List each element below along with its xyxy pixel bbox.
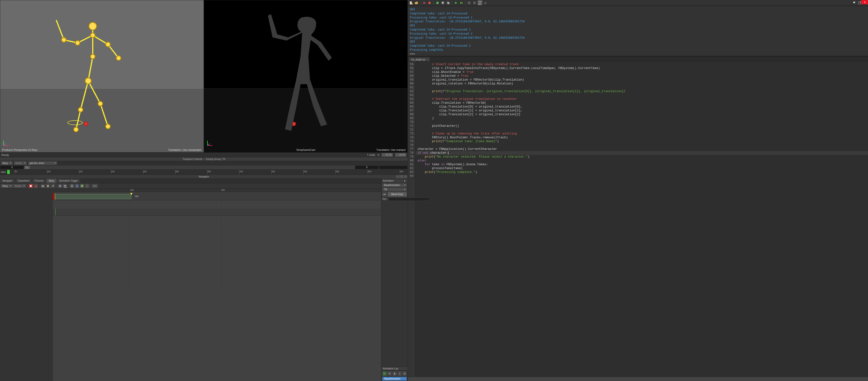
tab-navigator[interactable]: Navigator [0,179,16,183]
code-line[interactable]: if not character: [415,151,868,155]
magnet-icon[interactable] [34,184,38,188]
code-line[interactable]: original_rotation = FBVector3d(clip.Rota… [415,82,868,86]
outdent-icon[interactable] [472,1,477,5]
code-line[interactable]: else: [415,159,868,163]
delete-layer-icon[interactable]: 🗑 [393,371,397,376]
code-line[interactable]: clip.Translation = FBVector3d( [415,101,868,105]
panel-minimize-icon[interactable]: – [396,175,400,178]
viewport-producer[interactable]: Producer Perspective (X-Ray) Translation… [0,0,204,153]
playhead[interactable] [55,193,56,200]
tab-story[interactable]: Story [46,179,57,183]
code-line[interactable]: clip.GhostEnable = True [415,70,868,74]
code-line[interactable] [415,120,868,124]
viewport-gamecam[interactable]: TempGameCam Translation: Use manipul [204,0,408,153]
code-line[interactable]: plotCharacter() [415,124,868,128]
code-area[interactable]: # Insert current take in the newly creat… [415,62,868,377]
playhead-marker[interactable] [7,170,10,174]
story-track-list[interactable] [0,189,53,381]
flag-icon[interactable] [852,1,857,5]
anim-layer-dropdown[interactable]: BaseAnimation [382,184,407,187]
status-y-field[interactable]: 30.00 [395,153,406,157]
duplicate-layer-icon[interactable]: ⧉ [388,371,392,376]
console-prompt[interactable]: >>> [410,52,866,55]
record-icon[interactable] [29,184,33,188]
code-line[interactable]: print("No character selected. Please sel… [415,155,868,159]
add-layer-icon[interactable]: ＋ [382,371,387,376]
grid4-icon[interactable] [85,184,89,188]
new-file-icon[interactable] [409,1,413,5]
python-console[interactable]: UE5Completed take: cast-14-ProcessedProc… [408,6,868,55]
story-action-dropdown[interactable]: Action [13,184,26,188]
code-line[interactable]: clip = lTrack.CopyTakeIntoTrack(FBSystem… [415,66,868,70]
code-line[interactable]: # Clean up by removing the track after p… [415,132,868,136]
code-line[interactable] [415,93,868,97]
frame-start-field[interactable]: 0 [0,165,24,169]
film-binary-icon[interactable]: 1010 [63,184,67,188]
code-line[interactable] [415,86,868,90]
merge-layer-icon[interactable]: ↧ [398,371,402,376]
code-line[interactable]: FBStory().RootFolder.Tracks.remove(lTrac… [415,136,868,139]
frame-end-field[interactable]: 0 [355,165,379,169]
code-line[interactable]: clip.Translation[1] + original_translati… [415,109,868,113]
code-line[interactable]: print(f"Completed take: {take.Name}") [415,139,868,144]
close-icon[interactable] [422,1,427,5]
code-line[interactable]: processTake(take) [415,166,868,170]
code-line[interactable]: for take in FBSystem().Scene.Takes: [415,163,868,166]
panel-maximize-icon[interactable]: ▢ [400,175,403,178]
code-line[interactable] [415,174,868,178]
open-file-icon[interactable] [414,1,418,5]
layer-settings-icon[interactable]: ⚙ [402,371,407,376]
code-line[interactable]: # Insert current take in the newly creat… [415,63,868,66]
wrench-icon[interactable] [51,184,55,188]
playhead[interactable] [55,209,56,216]
tab-close-icon[interactable]: × [427,59,428,61]
window-close-button[interactable]: ✕ [861,0,868,4]
status-x-field[interactable]: 30.00 [382,153,393,157]
clapper-icon[interactable] [41,184,45,188]
editor-file-tab[interactable]: my_plugin.py × [409,58,430,61]
code-line[interactable]: print(f"Original Translation: {original_… [415,90,868,93]
tab-animation-trigger[interactable]: Animation Trigger [57,179,81,183]
run-dot-icon[interactable] [435,1,440,5]
grid3-icon[interactable] [80,184,84,188]
code-line[interactable]: character = FBApplication().CurrentChara… [415,147,868,151]
timeline-ruler[interactable]: ction 5010015020025030035040045050055060… [0,169,408,175]
tab-fcurves[interactable]: FCurves [32,179,46,183]
animation-clip[interactable]: 150 [54,194,131,199]
run-selection-icon[interactable] [459,1,463,5]
film-icon[interactable] [58,184,62,188]
save-all-icon[interactable] [446,1,450,5]
tab-dopesheet[interactable]: Dopesheet [16,179,32,183]
panel-close-icon[interactable]: × [404,175,407,178]
code-line[interactable] [415,128,868,132]
grid2-icon[interactable] [75,184,79,188]
code-line[interactable]: ) [415,117,868,120]
stop-icon[interactable] [427,1,432,5]
story-dropdown[interactable]: Story [1,161,12,165]
bug-icon[interactable] [483,1,488,5]
story-timeline[interactable]: 150300 150 [53,189,403,381]
story-mode-dropdown[interactable]: Story [1,184,12,188]
hand-icon[interactable] [46,184,50,188]
move-keys-button[interactable]: Move Keys [388,192,407,196]
code-line[interactable]: print("Processing complete.") [415,170,868,174]
code-line[interactable]: clip.Translation[2] + original_translati… [415,113,868,117]
code-line[interactable] [415,144,868,147]
txt-icon[interactable]: TXT [92,184,98,188]
code-line[interactable]: clip.Translation[0] + original_translati… [415,105,868,109]
action-dropdown[interactable]: Action [14,161,27,165]
collapse-icon[interactable]: ⏵ [404,180,406,182]
grid1-icon[interactable] [70,184,74,188]
tr-dropdown[interactable]: TR [382,188,407,191]
indent-icon[interactable] [467,1,471,5]
take-name-dropdown[interactable]: get-hit-r-short [28,161,57,165]
scrollbar-knob[interactable] [25,166,30,169]
code-line[interactable]: clip.Selected = True [415,74,868,78]
play-icon[interactable] [454,1,458,5]
save-icon[interactable] [441,1,445,5]
code-editor[interactable]: 5556575859606162636465666768697071727374… [408,62,868,377]
anim-layer-item[interactable]: BaseAnimation [382,377,407,381]
timeline-scrollbar[interactable] [24,165,355,169]
code-line[interactable]: # Subtract the original translation to r… [415,97,868,101]
code-line[interactable]: original_translation = FBVector3d(clip.T… [415,78,868,82]
